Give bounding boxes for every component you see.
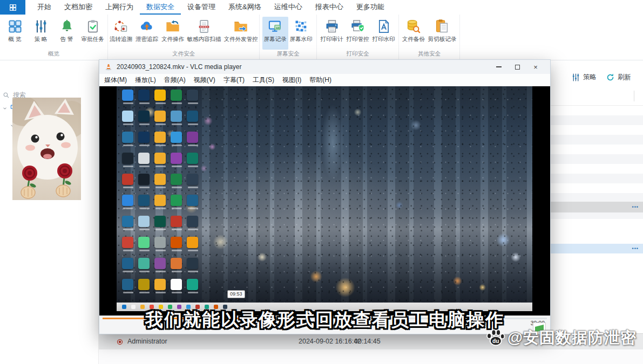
desktop-app-icon [187, 237, 199, 258]
ribbon: 概 览策 略告 警审批任务概览流转追溯泄密追踪文件操作敏感内容扫描文件外发管控文… [0, 15, 643, 60]
desktop-app-icon [171, 279, 182, 300]
menu-tab-0[interactable]: 开始 [31, 0, 58, 15]
vlc-menu-4[interactable]: 字幕(T) [224, 75, 245, 85]
menu-tab-6[interactable]: 运维中心 [268, 0, 309, 15]
vlc-menubar: 媒体(M)播放(L)音频(A)视频(V)字幕(T)工具(S)视图(I)帮助(H) [99, 74, 550, 86]
ribbon-group-4: 文件备份剪切板记录其他安全 [399, 15, 460, 60]
ribbon-group-label: 屏幕安全 [260, 50, 316, 60]
desktop-app-icon [154, 153, 166, 174]
ribbon-item-2-1[interactable]: 屏幕水印 [288, 17, 314, 50]
desktop-app-icon [122, 90, 134, 111]
vlc-titlebar[interactable]: 20240903_120824.mkv - VLC media player × [99, 60, 550, 74]
vlc-menu-6[interactable]: 视图(I) [282, 75, 301, 85]
menu-tab-1[interactable]: 文档加密 [58, 0, 99, 15]
ribbon-item-1-4[interactable]: 文件外发管控 [222, 17, 259, 50]
ribbon-item-label: 告 警 [60, 36, 73, 43]
ribbon-item-label: 流转追溯 [110, 36, 132, 43]
session-user: Administrator [127, 338, 167, 345]
desktop-app-icon [138, 195, 150, 216]
menu-tab-8[interactable]: 更多功能 [350, 0, 391, 15]
vlc-menu-0[interactable]: 媒体(M) [104, 75, 127, 85]
desktop-app-icon [171, 195, 182, 216]
ribbon-item-label: 打印审计 [321, 36, 343, 43]
ribbon-item-3-2[interactable]: 打印水印 [371, 17, 397, 50]
vlc-menu-7[interactable]: 帮助(H) [309, 75, 331, 85]
maximize-button[interactable] [508, 61, 526, 73]
ribbon-group-label: 文件安全 [108, 50, 259, 60]
ribbon-item-label: 文件备份 [402, 36, 425, 43]
ribbon-item-0-3[interactable]: 审批任务 [80, 17, 106, 50]
refresh-icon [606, 73, 615, 82]
desktop-app-icon [138, 153, 150, 174]
minimize-button[interactable] [490, 61, 508, 73]
row-actions-button[interactable]: ••• [632, 204, 639, 210]
desktop-app-icon [171, 153, 182, 174]
ribbon-item-2-0[interactable]: 屏幕记录 [262, 17, 288, 50]
menu-tab-3[interactable]: 数据安全 [140, 0, 181, 15]
desktop-app-icon [171, 237, 182, 258]
refresh-button[interactable]: 刷新 [604, 70, 633, 84]
desktop-app-icon [154, 258, 166, 279]
menu-tab-7[interactable]: 报表中心 [309, 0, 350, 15]
screen: 开始文档加密上网行为数据安全设备管理系统&网络运维中心报表中心更多功能 概 览策… [0, 0, 643, 364]
ribbon-item-3-1[interactable]: 打印管控 [345, 17, 371, 50]
desktop-icon-grid [122, 90, 199, 300]
vlc-menu-2[interactable]: 音频(A) [164, 75, 186, 85]
app-logo[interactable] [0, 0, 25, 15]
app-menubar: 开始文档加密上网行为数据安全设备管理系统&网络运维中心报表中心更多功能 [0, 0, 643, 15]
ribbon-item-1-2[interactable]: 文件操作 [160, 17, 186, 50]
menu-tab-4[interactable]: 设备管理 [181, 0, 222, 15]
ribbon-item-0-1[interactable]: 策 略 [28, 17, 54, 50]
seek-time-tooltip: 09:53 [227, 290, 245, 298]
close-button[interactable]: × [526, 61, 545, 73]
vlc-video-area: 09:53 [99, 86, 550, 317]
menu-tab-5[interactable]: 系统&网络 [222, 0, 268, 15]
cycle-icon [113, 19, 128, 34]
desktop-app-icon [187, 132, 199, 153]
desktop-app-icon [154, 216, 166, 237]
menu-tabs: 开始文档加密上网行为数据安全设备管理系统&网络运维中心报表中心更多功能 [31, 0, 391, 15]
desktop-app-icon [187, 153, 199, 174]
desktop-app-icon [187, 258, 199, 279]
session-duration: 00:14:45 [354, 338, 381, 345]
ribbon-item-label: 审批任务 [82, 36, 104, 43]
doc-scan-icon [197, 19, 212, 34]
row-actions-button[interactable]: ••• [632, 246, 639, 251]
policy-button[interactable]: 策略 [569, 70, 599, 84]
desktop-app-icon [154, 279, 166, 300]
ribbon-group-label: 其他安全 [399, 50, 459, 60]
ribbon-item-0-0[interactable]: 概 览 [2, 17, 28, 50]
desktop-app-icon [138, 258, 150, 279]
ribbon-item-label: 文件操作 [161, 36, 184, 43]
vlc-window-title: 20240903_120824.mkv - VLC media player [117, 63, 490, 71]
watermark-text: @安固数据防泄密 [507, 327, 637, 349]
ribbon-item-4-0[interactable]: 文件备份 [401, 17, 427, 50]
desktop-app-icon [171, 90, 182, 111]
ribbon-item-1-0[interactable]: 流转追溯 [108, 17, 134, 50]
search-icon [3, 92, 10, 99]
ribbon-item-0-2[interactable]: 告 警 [54, 17, 80, 50]
ribbon-item-1-3[interactable]: 敏感内容扫描 [186, 17, 222, 50]
ribbon-item-4-1[interactable]: 剪切板记录 [427, 17, 458, 50]
session-date: 2024-09-02 16:16:42 [299, 338, 361, 345]
menu-tab-2[interactable]: 上网行为 [99, 0, 140, 15]
grid-icon [8, 19, 23, 34]
desktop-app-icon [138, 279, 150, 300]
vlc-menu-5[interactable]: 工具(S) [253, 75, 274, 85]
vlc-menu-3[interactable]: 视频(V) [194, 75, 215, 85]
printer-shield-icon [350, 19, 366, 34]
ribbon-item-label: 策 略 [35, 36, 48, 43]
desktop-app-icon [122, 237, 134, 258]
ribbon-item-3-0[interactable]: 打印审计 [319, 17, 345, 50]
cat-meme-image [12, 98, 81, 200]
desktop-app-icon [187, 279, 199, 300]
red-dot-icon [117, 339, 123, 345]
ribbon-item-1-1[interactable]: 泄密追踪 [134, 17, 160, 50]
paw-icon [485, 328, 506, 348]
desktop-app-icon [138, 216, 150, 237]
vlc-menu-1[interactable]: 播放(L) [135, 75, 156, 85]
desktop-app-icon [138, 174, 150, 195]
ribbon-item-label: 打印水印 [373, 36, 395, 43]
desktop-app-icon [154, 90, 166, 111]
desktop-app-icon [122, 111, 134, 132]
